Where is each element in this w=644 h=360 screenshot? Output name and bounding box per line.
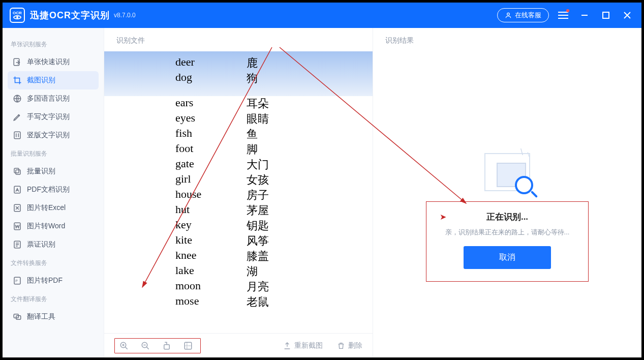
sidebar-item-label: 手写文字识别 (27, 112, 70, 122)
word-cn: 眼睛 (247, 111, 269, 127)
word-en: mose (175, 294, 247, 310)
sidebar-item[interactable]: 图片转Excel (8, 199, 99, 217)
word-row: dog狗 (175, 71, 373, 86)
word-en: kite (175, 233, 247, 249)
word-row: gate大门 (175, 157, 373, 172)
source-panel: 识别文件 deer鹿dog狗ears耳朵eyes眼睛fish鱼foot脚gate… (104, 28, 373, 357)
source-panel-body: deer鹿dog狗ears耳朵eyes眼睛fish鱼foot脚gate大门gir… (104, 51, 373, 333)
sidebar-item[interactable]: 多国语言识别 (8, 89, 99, 108)
sidebar-item[interactable]: PDF文档识别 (8, 181, 99, 199)
close-icon (623, 11, 631, 19)
sidebar-item[interactable]: 图片转Word (8, 217, 99, 235)
word-en: gate (175, 157, 247, 172)
sidebar-item[interactable]: 单张快速识别 (8, 53, 99, 71)
fit-button[interactable] (183, 341, 193, 351)
word-en: deer (175, 55, 247, 71)
rotate-icon (162, 341, 171, 350)
maximize-icon (602, 12, 609, 19)
trash-icon (337, 342, 345, 350)
cancel-button[interactable]: 取消 (464, 246, 551, 269)
word-en: ears (175, 96, 247, 111)
zoom-out-button[interactable] (140, 341, 150, 351)
recapture-button[interactable]: 重新截图 (283, 341, 323, 350)
titlebar: OCR 迅捷OCR文字识别 v8.7.0.0 在线客服 (3, 3, 641, 28)
word-icon (13, 222, 22, 231)
word-cn: 女孩 (247, 172, 269, 188)
sidebar-section-title: 批量识别服务 (11, 149, 96, 158)
minimize-button[interactable] (577, 8, 592, 22)
sidebar: 单张识别服务单张快速识别截图识别多国语言识别手写文字识别竖版文字识别批量识别服务… (3, 28, 104, 357)
delete-button[interactable]: 删除 (337, 341, 362, 350)
word-en: house (175, 188, 247, 203)
sidebar-item-label: 图片转Excel (27, 203, 66, 213)
word-row: kite风筝 (175, 233, 373, 249)
sidebar-item-label: 竖版文字识别 (27, 131, 70, 140)
word-cn: 湖 (247, 264, 258, 279)
svg-text:P: P (15, 279, 18, 283)
close-button[interactable] (620, 8, 634, 22)
word-cn: 茅屋 (247, 203, 269, 218)
status-message: 亲，识别结果正在来的路上，请耐心等待... (437, 228, 578, 237)
word-cn: 房子 (247, 188, 269, 203)
minimize-icon (580, 11, 589, 19)
word-row: eyes眼睛 (175, 111, 373, 127)
rotate-button[interactable] (162, 341, 172, 351)
zoom-in-icon (119, 341, 129, 350)
app-version: v8.7.0.0 (114, 12, 136, 19)
zoom-in-button[interactable] (119, 341, 129, 351)
word-row: lake湖 (175, 264, 373, 279)
receipt-icon (13, 240, 22, 249)
vertical-text-icon (13, 131, 22, 140)
sidebar-item[interactable]: 票证识别 (8, 235, 99, 254)
zoom-tools-highlight (114, 338, 201, 353)
word-row: mose老鼠 (175, 294, 373, 310)
menu-button[interactable] (556, 8, 570, 22)
copy-icon (13, 167, 22, 176)
svg-rect-5 (16, 170, 20, 174)
sidebar-item[interactable]: 截图识别 (8, 71, 99, 89)
word-cn: 耳朵 (247, 96, 269, 111)
sidebar-item-label: 批量识别 (27, 167, 55, 176)
globe-icon (13, 94, 22, 103)
word-row: key钥匙 (175, 218, 373, 233)
word-en: eyes (175, 111, 247, 127)
maximize-button[interactable] (599, 8, 613, 22)
word-en: hut (175, 203, 247, 218)
word-cn: 月亮 (247, 279, 269, 294)
sidebar-item-label: PDF文档识别 (27, 185, 70, 194)
headset-icon (505, 12, 512, 19)
app-title: 迅捷OCR文字识别 (30, 9, 110, 21)
excel-icon (13, 203, 22, 213)
magnifier-icon (515, 176, 533, 194)
sidebar-item[interactable]: 翻译工具 (8, 308, 99, 326)
source-toolbar: 重新截图 删除 (104, 333, 373, 357)
svg-point-0 (507, 13, 510, 15)
sidebar-item[interactable]: 竖版文字识别 (8, 126, 99, 144)
word-cn: 鱼 (247, 127, 258, 142)
sidebar-item-label: 截图识别 (27, 76, 55, 85)
sidebar-item[interactable]: P图片转PDF (8, 272, 99, 290)
result-area: \\ ➤ 正在识别... 亲，识别结果正在来的路上，请耐心等待... (373, 51, 641, 357)
word-row: house房子 (175, 188, 373, 203)
app-logo: OCR (10, 8, 25, 23)
word-cn: 风筝 (247, 233, 269, 249)
word-row: deer鹿 (175, 55, 373, 71)
logo-text: OCR (13, 11, 22, 15)
word-en: moon (175, 279, 247, 294)
customer-service-button[interactable]: 在线客服 (497, 8, 549, 22)
sidebar-item-label: 图片转Word (27, 222, 65, 231)
recapture-label: 重新截图 (294, 341, 323, 350)
zoom-out-icon (141, 341, 150, 350)
svg-rect-6 (14, 168, 19, 173)
fit-icon (183, 341, 193, 350)
sidebar-item-label: 单张快速识别 (27, 57, 70, 67)
word-en: fish (175, 127, 247, 142)
sidebar-item[interactable]: 批量识别 (8, 162, 99, 181)
sidebar-item[interactable]: 手写文字识别 (8, 108, 99, 126)
svg-rect-7 (14, 186, 20, 193)
sidebar-item-label: 多国语言识别 (27, 94, 70, 103)
crop-icon (13, 76, 22, 85)
word-row: ears耳朵 (175, 96, 373, 111)
result-placeholder-image: \\ (484, 153, 530, 191)
sidebar-section-title: 文件转换服务 (11, 259, 96, 267)
